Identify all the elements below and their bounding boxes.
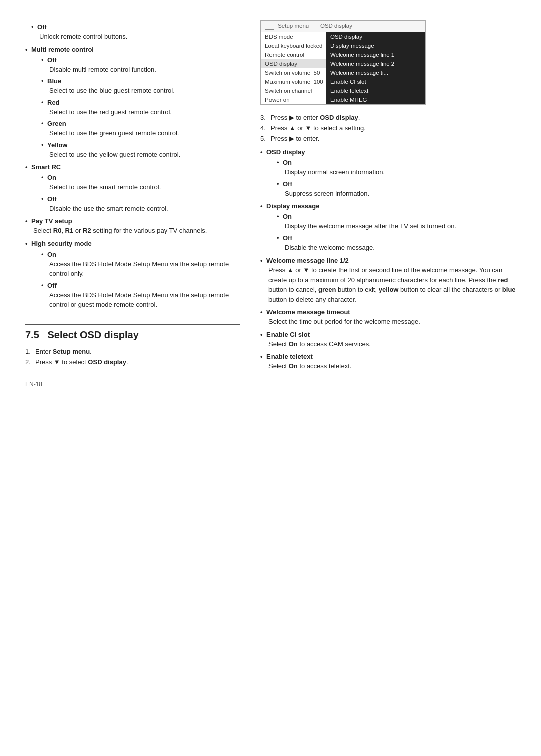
menu-row-r-enable-mheg: Enable MHEG — [326, 95, 425, 104]
enable-teletext-item: Enable teletext Select On to access tele… — [260, 353, 516, 371]
menu-row-switch-ch: Switch on channel — [261, 86, 326, 95]
multi-red-label: Red — [35, 99, 240, 106]
step-2: 2. Press ▼ to select OSD display. — [25, 358, 240, 366]
page-layout: Off Unlock remote control buttons. Multi… — [25, 20, 516, 388]
menu-top-left-label: Setup menu — [265, 23, 320, 30]
osd-off-desc: Suppress screen information. — [270, 189, 516, 199]
menu-row-r-welcome-line1: Welcome message line 1 — [326, 50, 425, 59]
smart-rc-list: Smart RC On Select to use the smart remo… — [25, 163, 240, 213]
step-1: 1. Enter Setup menu. — [25, 348, 240, 355]
monitor-icon — [265, 23, 274, 30]
menu-left-col: BDS mode Local keyboard locked Remote co… — [261, 32, 326, 104]
menu-row-r-display-msg: Display message — [326, 41, 425, 50]
pay-tv-desc: Select R0, R1 or R2 setting for the vari… — [25, 226, 240, 236]
welcome-timeout-item: Welcome message timeout Select the time … — [260, 308, 516, 327]
high-security-item: High security mode On Access the BDS Hot… — [25, 240, 240, 310]
menu-screenshot: Setup menu OSD display BDS mode Local ke… — [260, 20, 426, 105]
section-divider — [25, 317, 240, 317]
high-on-desc: Access the BDS Hotel Mode Setup Menu via… — [35, 259, 240, 279]
step-5: 5. Press ▶ to enter. — [260, 135, 516, 142]
smart-rc-item: Smart RC On Select to use the smart remo… — [25, 163, 240, 213]
menu-row-osd: OSD display — [261, 59, 326, 68]
step-5-text: Press ▶ to enter. — [270, 135, 319, 142]
page-number: EN-18 — [25, 381, 42, 388]
high-security-label: High security mode — [25, 240, 240, 247]
smart-on-label: On — [35, 174, 240, 181]
steps-list-right: 3. Press ▶ to enter OSD display. 4. Pres… — [260, 114, 516, 142]
display-off-desc: Disable the welcome message. — [270, 243, 516, 253]
osd-display-item: OSD display On Display normal screen inf… — [260, 148, 516, 198]
display-on-label: On — [270, 213, 516, 220]
smart-off-desc: Disable the use the smart remote control… — [35, 204, 240, 214]
smart-off-label: Off — [35, 195, 240, 203]
multi-yellow-desc: Select to use the yellow guest remote co… — [35, 150, 240, 160]
section-heading: 7.5 Select OSD display — [25, 324, 240, 341]
right-column: Setup menu OSD display BDS mode Local ke… — [260, 20, 516, 388]
osd-display-sub: On Display normal screen information. Of… — [260, 159, 516, 198]
smart-rc-label: Smart RC — [25, 163, 240, 171]
menu-row-max-vol: Maximum volume 100 — [261, 77, 326, 86]
smart-on-desc: Select to use the smart remote control. — [35, 182, 240, 192]
multi-remote-sub: Off Disable multi remote control functio… — [25, 56, 240, 160]
osd-off-label: Off — [270, 180, 516, 188]
smart-rc-sub: On Select to use the smart remote contro… — [25, 174, 240, 213]
multi-remote-item: Multi remote control Off Disable multi r… — [25, 46, 240, 160]
high-off-desc: Access the BDS Hotel Mode Setup Menu via… — [35, 290, 240, 310]
step-1-num: 1. — [25, 348, 31, 355]
multi-blue-label: Blue — [35, 77, 240, 85]
welcome-line-item: Welcome message line 1/2 Press ▲ or ▼ to… — [260, 257, 516, 304]
step-3-num: 3. — [260, 114, 266, 121]
welcome-line-desc: Press ▲ or ▼ to create the first or seco… — [260, 265, 516, 304]
menu-top-bar: Setup menu OSD display — [261, 21, 425, 32]
page-footer: EN-18 — [25, 381, 240, 388]
menu-row-power-on: Power on — [261, 95, 326, 104]
multi-remote-list: Multi remote control Off Disable multi r… — [25, 46, 240, 160]
intro-list: Off Unlock remote control buttons. — [25, 23, 240, 42]
menu-row-r-welcome-ti: Welcome message ti... — [326, 68, 425, 77]
pay-tv-label: Pay TV setup — [25, 217, 240, 225]
multi-blue-desc: Select to use the blue guest remote cont… — [35, 86, 240, 96]
step-2-text: Press ▼ to select OSD display. — [35, 358, 128, 366]
menu-row-r-enable-ci: Enable CI slot — [326, 77, 425, 86]
multi-green-label: Green — [35, 120, 240, 127]
multi-off-label: Off — [35, 56, 240, 64]
enable-ci-item: Enable CI slot Select On to access CAM s… — [260, 331, 516, 349]
menu-row-r-osd: OSD display — [326, 32, 425, 41]
steps-list: 1. Enter Setup menu. 2. Press ▼ to selec… — [25, 348, 240, 366]
section-number: 7.5 — [25, 329, 39, 340]
multi-red-desc: Select to use the red guest remote contr… — [35, 107, 240, 117]
step-5-num: 5. — [260, 135, 266, 142]
display-message-item: Display message On Display the welcome m… — [260, 202, 516, 253]
high-security-sub: On Access the BDS Hotel Mode Setup Menu … — [25, 250, 240, 310]
display-message-heading: Display message — [260, 202, 516, 210]
menu-row-remote: Remote control — [261, 50, 326, 59]
welcome-line-heading: Welcome message line 1/2 — [260, 257, 516, 264]
step-4-text: Press ▲ or ▼ to select a setting. — [270, 124, 366, 132]
multi-off-desc: Disable multi remote control function. — [35, 65, 240, 75]
welcome-timeout-desc: Select the time out period for the welco… — [260, 317, 516, 327]
display-message-sub: On Display the welcome message after the… — [260, 213, 516, 253]
multi-green-desc: Select to use the green guest remote con… — [35, 128, 240, 138]
enable-ci-desc: Select On to access CAM services. — [260, 339, 516, 349]
intro-off-label: Off — [25, 23, 240, 31]
menu-row-bds: BDS mode — [261, 32, 326, 41]
step-2-num: 2. — [25, 358, 31, 366]
menu-row-local-keyboard: Local keyboard locked — [261, 41, 326, 50]
step-4-num: 4. — [260, 124, 266, 132]
display-off-label: Off — [270, 234, 516, 242]
high-security-list: High security mode On Access the BDS Hot… — [25, 240, 240, 310]
enable-ci-heading: Enable CI slot — [260, 331, 516, 338]
intro-off-desc: Unlock remote control buttons. — [25, 32, 240, 42]
osd-on-label: On — [270, 159, 516, 166]
menu-right-col: OSD display Display message Welcome mess… — [326, 32, 425, 104]
pay-tv-item: Pay TV setup Select R0, R1 or R2 setting… — [25, 217, 240, 236]
menu-row-r-enable-teletext: Enable teletext — [326, 86, 425, 95]
pay-tv-list: Pay TV setup Select R0, R1 or R2 setting… — [25, 217, 240, 236]
menu-rows: BDS mode Local keyboard locked Remote co… — [261, 32, 425, 104]
intro-off-item: Off Unlock remote control buttons. — [25, 23, 240, 42]
step-1-text: Enter Setup menu. — [35, 348, 92, 355]
enable-teletext-heading: Enable teletext — [260, 353, 516, 360]
osd-on-desc: Display normal screen information. — [270, 167, 516, 177]
osd-display-heading: OSD display — [260, 148, 516, 156]
menu-row-switch-vol: Switch on volume 50 — [261, 68, 326, 77]
